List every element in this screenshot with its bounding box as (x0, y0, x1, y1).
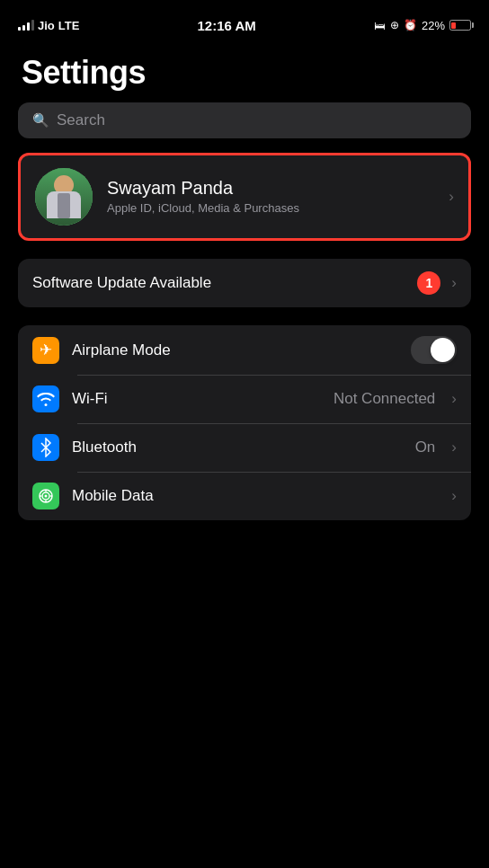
wifi-row[interactable]: Wi-Fi Not Connected › (18, 375, 471, 423)
status-left: Jio LTE (18, 19, 79, 32)
toggle-knob (431, 338, 455, 362)
settings-section: ✈ Airplane Mode Wi-Fi Not Connected › (18, 325, 471, 520)
bluetooth-chevron-icon: › (451, 438, 457, 456)
alarm-icon: ⏰ (404, 19, 417, 31)
airplane-mode-icon: ✈ (32, 337, 59, 364)
mobile-data-icon (32, 483, 59, 509)
network-label: LTE (58, 19, 80, 32)
apple-id-name: Swayam Panda (107, 178, 434, 199)
wifi-label: Wi-Fi (72, 390, 321, 408)
software-update-label: Software Update Available (32, 274, 406, 292)
bluetooth-row[interactable]: Bluetooth On › (18, 423, 471, 472)
wifi-icon (32, 385, 59, 412)
search-bar[interactable]: 🔍 Search (18, 102, 471, 138)
search-icon: 🔍 (32, 112, 49, 128)
software-update-row[interactable]: Software Update Available 1 › (18, 259, 471, 307)
mobile-data-label: Mobile Data (72, 487, 439, 505)
mobile-data-chevron-icon: › (451, 487, 457, 505)
wifi-value: Not Connected (333, 390, 435, 408)
airplane-mode-row[interactable]: ✈ Airplane Mode (18, 325, 471, 375)
page-title: Settings (0, 45, 489, 102)
carrier-label: Jio (38, 19, 55, 32)
svg-point-2 (45, 495, 48, 498)
search-container: 🔍 Search (18, 102, 471, 138)
sleep-icon: 🛏 (374, 19, 386, 32)
wifi-chevron-icon: › (451, 390, 457, 408)
avatar (35, 168, 93, 226)
bluetooth-label: Bluetooth (72, 438, 403, 456)
battery-percent: 22% (422, 19, 445, 32)
airplane-mode-label: Airplane Mode (72, 341, 398, 359)
signal-bars-icon (18, 20, 34, 31)
apple-id-row[interactable]: Swayam Panda Apple ID, iCloud, Media & P… (18, 153, 471, 241)
update-badge: 1 (417, 271, 440, 295)
bluetooth-icon (32, 434, 59, 461)
airplane-mode-toggle[interactable] (411, 336, 457, 364)
location-icon: ⊕ (390, 19, 399, 31)
software-update-section: Software Update Available 1 › (18, 259, 471, 307)
status-right: 🛏 ⊕ ⏰ 22% (374, 19, 471, 32)
apple-id-info: Swayam Panda Apple ID, iCloud, Media & P… (107, 178, 434, 217)
status-bar: Jio LTE 12:16 AM 🛏 ⊕ ⏰ 22% (0, 0, 489, 45)
battery-indicator (449, 20, 471, 31)
apple-id-chevron-icon: › (449, 188, 454, 206)
bluetooth-value: On (415, 438, 436, 456)
mobile-data-row[interactable]: Mobile Data › (18, 472, 471, 520)
status-time: 12:16 AM (198, 18, 256, 33)
apple-id-subtitle: Apple ID, iCloud, Media & Purchases (107, 201, 434, 217)
search-placeholder: Search (57, 111, 105, 129)
software-update-chevron-icon: › (451, 274, 457, 292)
